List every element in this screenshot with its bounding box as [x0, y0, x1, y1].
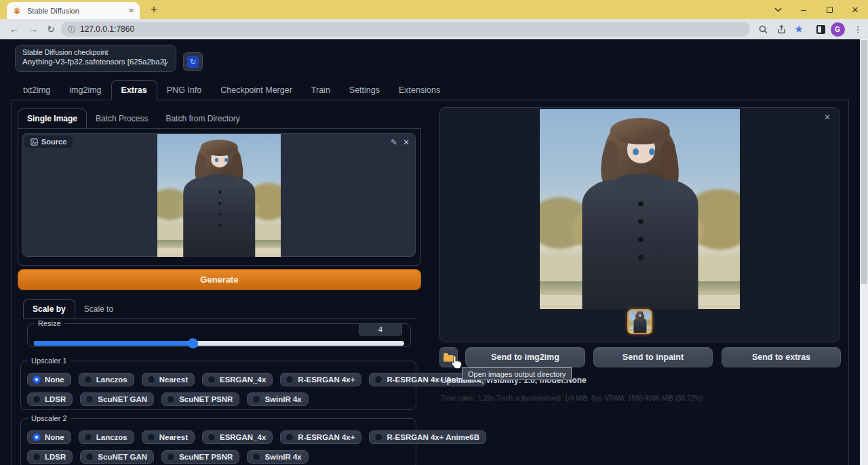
content-right-border — [848, 100, 849, 465]
profile-avatar[interactable]: G — [829, 19, 846, 39]
coat-button — [639, 321, 640, 321]
window-menu-chevron-icon[interactable] — [765, 0, 791, 19]
checkpoint-dropdown[interactable]: Stable Diffusion checkpoint Anything-V3-… — [15, 45, 176, 72]
performance-info-text: Time taken: 1.29s Torch active/reserved:… — [441, 395, 703, 402]
tab-train[interactable]: Train — [302, 81, 340, 100]
tab-batch-from-directory[interactable]: Batch from Directory — [157, 109, 248, 128]
site-info-icon[interactable]: ⓘ — [68, 24, 75, 35]
radio-label: ScuNET PSNR — [179, 395, 233, 403]
tab-batch-process[interactable]: Batch Process — [87, 109, 157, 128]
tab-single-image[interactable]: Single Image — [18, 108, 87, 129]
address-bar[interactable]: ⓘ 127.0.0.1:7860 — [61, 22, 750, 37]
side-panel-icon[interactable] — [812, 19, 829, 39]
coat-button — [218, 190, 221, 193]
refresh-checkpoints-button[interactable]: ↻ — [183, 52, 203, 71]
window-close-button[interactable]: ✕ — [842, 0, 868, 19]
girl-coat — [582, 179, 698, 309]
upscaler-option-r-esrgan-4x-[interactable]: R-ESRGAN 4x+ — [280, 373, 361, 386]
upscaler-option-scunet-psnr[interactable]: ScuNET PSNR — [161, 392, 239, 406]
share-icon[interactable] — [772, 19, 790, 39]
upscaler-option-r-esrgan-4x-anime6b[interactable]: R-ESRGAN 4x+ Anime6B — [369, 430, 486, 444]
checkpoint-label: Stable Diffusion checkpoint — [22, 48, 169, 56]
radio-icon — [252, 395, 260, 403]
coat-button — [638, 201, 643, 206]
gallery-close-icon[interactable]: ✕ — [824, 113, 831, 122]
chevron-down-icon — [162, 61, 169, 65]
radio-row: LDSRScuNET GANScuNET PSNRSwinIR 4x — [27, 450, 410, 464]
clear-image-icon[interactable]: ✕ — [403, 138, 410, 147]
restore-icon — [827, 7, 833, 13]
radio-label: Lanczos — [96, 376, 127, 384]
upscaler1-block: Upscaler 1 NoneLanczosNearestESRGAN_4xR-… — [20, 357, 416, 410]
upscaler-option-none[interactable]: None — [27, 373, 71, 386]
send-to-extras-button[interactable]: Send to extras — [722, 347, 841, 367]
upscaler-option-swinir-4x[interactable]: SwinIR 4x — [247, 450, 308, 464]
upscaler-option-none[interactable]: None — [27, 430, 71, 444]
browser-tab[interactable]: Stable Diffusion ✕ — [7, 2, 140, 19]
girl-eye — [633, 148, 639, 155]
tab-settings[interactable]: Settings — [340, 81, 389, 100]
edit-image-icon[interactable]: ✎ — [391, 138, 397, 147]
upscaler-option-r-esrgan-4x-[interactable]: R-ESRGAN 4x+ — [280, 430, 361, 444]
upscaler-option-scunet-gan[interactable]: ScuNET GAN — [80, 450, 154, 464]
tab-extras[interactable]: Extras — [111, 80, 157, 100]
resize-value-input[interactable]: 4 — [359, 323, 402, 336]
browser-menu-icon[interactable]: ⋮ — [849, 19, 867, 39]
slider-thumb[interactable] — [188, 338, 198, 348]
tab-img2img[interactable]: img2img — [60, 81, 111, 100]
tab-extensions[interactable]: Extensions — [389, 81, 450, 100]
new-tab-button[interactable]: + — [145, 1, 163, 18]
radio-label: ScuNET GAN — [98, 453, 147, 461]
send-to-inpaint-button[interactable]: Send to inpaint — [593, 347, 713, 367]
output-image[interactable] — [540, 109, 740, 309]
source-image — [157, 134, 281, 257]
screen: Stable Diffusion ✕ + – ✕ ← → ↻ ⓘ 127.0.0… — [0, 0, 868, 465]
radio-row: NoneLanczosNearestESRGAN_4xR-ESRGAN 4x+R… — [27, 373, 410, 386]
back-icon[interactable]: ← — [5, 19, 23, 39]
page-scrollbar[interactable] — [860, 39, 868, 465]
radio-icon — [84, 433, 92, 441]
tab-scale-by[interactable]: Scale by — [23, 299, 75, 319]
upscaler-option-swinir-4x[interactable]: SwinIR 4x — [247, 392, 308, 406]
window-minimize-button[interactable]: – — [791, 0, 816, 19]
bookmark-star-icon[interactable]: ★ — [790, 19, 808, 39]
radio-icon — [167, 453, 175, 461]
upscaler-option-lanczos[interactable]: Lanczos — [79, 373, 134, 386]
upscaler-option-lanczos[interactable]: Lanczos — [79, 430, 134, 444]
scrollbar-thumb[interactable] — [861, 40, 867, 284]
upscaler-option-nearest[interactable]: Nearest — [142, 373, 195, 386]
radio-icon — [84, 376, 92, 384]
radio-label: None — [45, 433, 64, 441]
upscaler-option-esrgan-4x[interactable]: ESRGAN_4x — [202, 430, 273, 444]
tab-scale-to[interactable]: Scale to — [75, 300, 122, 319]
radio-label: R-ESRGAN 4x+ — [298, 376, 355, 384]
window-restore-button[interactable] — [816, 0, 842, 19]
tab-png-info[interactable]: PNG Info — [157, 81, 211, 100]
source-image-dropzone[interactable]: Source ✎ ✕ — [22, 133, 416, 257]
upscaler-option-scunet-psnr[interactable]: ScuNET PSNR — [161, 450, 239, 464]
generate-button[interactable]: Generate — [18, 269, 421, 290]
forward-icon[interactable]: → — [24, 19, 42, 39]
refresh-icon: ↻ — [187, 56, 199, 68]
radio-label: SwinIR 4x — [264, 395, 301, 403]
upscaler-option-nearest[interactable]: Nearest — [142, 430, 195, 444]
generate-label: Generate — [200, 275, 238, 285]
upscaler-option-ldsr[interactable]: LDSR — [27, 450, 73, 464]
reload-icon[interactable]: ↻ — [42, 19, 60, 39]
coat-button — [638, 255, 643, 260]
zoom-icon[interactable] — [754, 19, 772, 39]
send-to-img2img-button[interactable]: Send to img2img — [465, 347, 585, 367]
upscaler-option-esrgan-4x[interactable]: ESRGAN_4x — [202, 373, 273, 386]
tab-close-icon[interactable]: ✕ — [129, 7, 134, 14]
tab-checkpoint-merger[interactable]: Checkpoint Merger — [211, 81, 302, 100]
content-left-border — [11, 100, 12, 465]
coat-button — [639, 323, 640, 323]
upscaler-option-scunet-gan[interactable]: ScuNET GAN — [80, 392, 154, 406]
tab-txt2img[interactable]: txt2img — [14, 81, 60, 100]
resize-block: Resize 4 — [27, 319, 411, 347]
resize-slider[interactable] — [34, 341, 404, 346]
radio-icon — [285, 433, 294, 441]
upscaler-option-ldsr[interactable]: LDSR — [27, 392, 73, 406]
gallery-thumbnail-selected[interactable] — [627, 309, 652, 334]
radio-label: Nearest — [159, 376, 188, 384]
